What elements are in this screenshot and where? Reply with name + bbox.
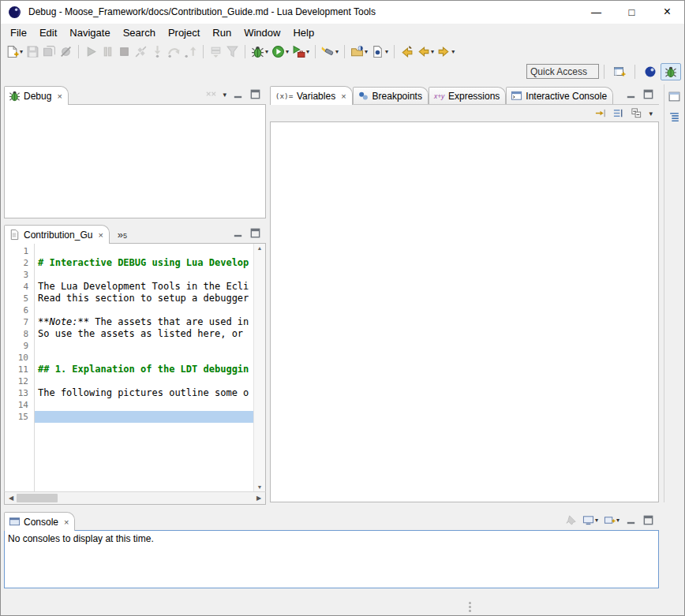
debug-maximize-button[interactable] bbox=[249, 88, 261, 100]
dropdown-caret-icon[interactable]: ▾ bbox=[335, 48, 339, 55]
step-over-button[interactable] bbox=[166, 43, 182, 60]
dropdown-caret-icon[interactable]: ▾ bbox=[306, 48, 309, 55]
close-tab-icon[interactable]: × bbox=[64, 517, 69, 527]
file-icon bbox=[9, 229, 21, 241]
menu-project[interactable]: Project bbox=[162, 25, 206, 40]
code-line: Read this section to setup a debugger bbox=[35, 293, 253, 304]
editor-maximize-button[interactable] bbox=[249, 227, 261, 239]
step-return-button[interactable] bbox=[182, 43, 199, 60]
terminate-button[interactable] bbox=[116, 43, 133, 60]
window-minimize-button[interactable]: — bbox=[578, 0, 614, 24]
console-maximize-button[interactable] bbox=[642, 514, 654, 526]
variables-view-menu-button[interactable]: ▾ bbox=[649, 107, 653, 119]
outline-view-button[interactable] bbox=[668, 110, 681, 124]
scroll-up-icon[interactable]: ▲ bbox=[257, 245, 263, 251]
new-button[interactable]: ▾ bbox=[4, 43, 24, 60]
close-tab-icon[interactable]: × bbox=[341, 91, 346, 101]
disconnect-button[interactable] bbox=[133, 43, 149, 60]
menu-edit[interactable]: Edit bbox=[33, 25, 63, 40]
last-edit-location-button[interactable] bbox=[399, 43, 415, 60]
scrollbar-thumb[interactable] bbox=[17, 494, 58, 502]
dropdown-caret-icon[interactable]: ▾ bbox=[20, 48, 23, 55]
dropdown-caret-icon[interactable]: ▾ bbox=[286, 48, 289, 55]
tab-variables[interactable]: (x)=Variables× bbox=[270, 86, 353, 105]
dropdown-caret-icon[interactable]: ▾ bbox=[365, 48, 368, 55]
display-selected-console-button[interactable] bbox=[582, 514, 594, 526]
variables-maximize-button[interactable] bbox=[642, 88, 654, 100]
dropdown-caret-icon[interactable]: ▾ bbox=[595, 517, 598, 524]
code-editor[interactable]: # Interactive DEBUG using Lua DevelopThe… bbox=[35, 244, 253, 491]
resume-button[interactable] bbox=[83, 43, 99, 60]
menu-help[interactable]: Help bbox=[286, 25, 320, 40]
line-number: 1 bbox=[5, 245, 34, 257]
console-minimize-button[interactable] bbox=[625, 514, 637, 526]
perspective-debug-button[interactable] bbox=[661, 63, 681, 80]
save-all-button[interactable] bbox=[41, 43, 58, 60]
editor-horizontal-scrollbar[interactable]: ◀ ▶ bbox=[4, 491, 266, 505]
skip-all-breakpoints-button[interactable] bbox=[58, 43, 74, 60]
open-console-button[interactable] bbox=[604, 514, 616, 526]
line-number: 8 bbox=[5, 328, 34, 340]
window-maximize-button[interactable]: □ bbox=[614, 0, 649, 24]
run-external-tools-button[interactable]: ▾ bbox=[290, 43, 311, 60]
menu-navigate[interactable]: Navigate bbox=[63, 25, 116, 40]
variables-minimize-button bbox=[625, 88, 637, 100]
quick-access-input[interactable] bbox=[526, 64, 599, 79]
line-number-gutter[interactable]: 123456789101112131415 bbox=[5, 244, 35, 491]
close-tab-icon[interactable]: × bbox=[98, 230, 103, 240]
tab-interactive-console[interactable]: Interactive Console bbox=[506, 87, 613, 104]
tab-overflow-indicator[interactable]: » 5 bbox=[118, 230, 127, 240]
editor-minimize-button[interactable] bbox=[232, 227, 244, 239]
perspective-lua-button[interactable] bbox=[640, 63, 661, 80]
show-logical-structures-button[interactable] bbox=[594, 107, 606, 119]
use-step-filters-button[interactable] bbox=[224, 43, 241, 60]
statusbar-grip[interactable] bbox=[469, 602, 471, 604]
window-close-button[interactable]: × bbox=[649, 0, 685, 24]
code-line bbox=[35, 411, 253, 423]
scroll-down-icon[interactable]: ▼ bbox=[257, 484, 263, 490]
tab-console[interactable]: Console × bbox=[4, 512, 75, 531]
scroll-left-icon[interactable]: ◀ bbox=[5, 495, 17, 502]
tab-contribution-guide[interactable]: Contribution_Gu × bbox=[4, 225, 110, 244]
dropdown-caret-icon[interactable]: ▾ bbox=[385, 48, 388, 55]
open-lua-element-button[interactable]: ▾ bbox=[320, 43, 340, 60]
tab-debug[interactable]: Debug × bbox=[4, 86, 69, 105]
save-button[interactable] bbox=[24, 43, 41, 60]
menu-run[interactable]: Run bbox=[206, 25, 238, 40]
menu-window[interactable]: Window bbox=[238, 25, 286, 40]
open-perspective-icon bbox=[613, 65, 626, 78]
scroll-right-icon[interactable]: ▶ bbox=[253, 495, 265, 502]
back-button[interactable]: ▾ bbox=[415, 43, 436, 60]
restore-view-button[interactable] bbox=[668, 90, 681, 103]
drop-to-frame-button[interactable] bbox=[208, 43, 224, 60]
editor-vertical-scrollbar[interactable]: ▲ ▼ bbox=[253, 244, 265, 491]
forward-button[interactable]: ▾ bbox=[436, 43, 456, 60]
open-perspective-button[interactable] bbox=[609, 63, 630, 80]
step-into-button[interactable] bbox=[149, 43, 166, 60]
debug-view-menu-button[interactable]: ▾ bbox=[223, 88, 226, 100]
svg-text:(x)=: (x)= bbox=[275, 91, 294, 100]
run-button[interactable]: ▾ bbox=[270, 43, 290, 60]
new-lua-file-button[interactable]: ▾ bbox=[369, 43, 390, 60]
dropdown-caret-icon[interactable]: ▾ bbox=[616, 517, 619, 524]
debug-minimize-button[interactable] bbox=[232, 88, 244, 100]
tab-breakpoints[interactable]: Breakpoints bbox=[353, 87, 429, 104]
menu-search[interactable]: Search bbox=[117, 25, 162, 40]
collapse-all-button[interactable] bbox=[631, 107, 642, 119]
new-lua-project-button[interactable]: ▾ bbox=[349, 43, 369, 60]
dropdown-caret-icon[interactable]: ▾ bbox=[451, 48, 455, 55]
breakpoints-icon bbox=[357, 90, 369, 102]
tab-expressions[interactable]: x+yExpressions bbox=[429, 87, 506, 104]
debug-button[interactable]: ▾ bbox=[249, 43, 270, 60]
pin-console-button[interactable] bbox=[565, 514, 577, 526]
dropdown-caret-icon[interactable]: ▾ bbox=[431, 48, 434, 55]
console-message: No consoles to display at this time. bbox=[8, 533, 154, 544]
show-type-names-button[interactable] bbox=[612, 107, 624, 119]
line-number: 2 bbox=[5, 257, 34, 269]
dropdown-caret-icon[interactable]: ▾ bbox=[265, 48, 268, 55]
workbench: Debug × ▾ Contribution_Gu × bbox=[0, 81, 685, 597]
menu-file[interactable]: File bbox=[4, 25, 33, 40]
suspend-button[interactable] bbox=[99, 43, 116, 60]
remove-all-terminated-button[interactable] bbox=[205, 88, 217, 100]
close-tab-icon[interactable]: × bbox=[57, 91, 62, 101]
